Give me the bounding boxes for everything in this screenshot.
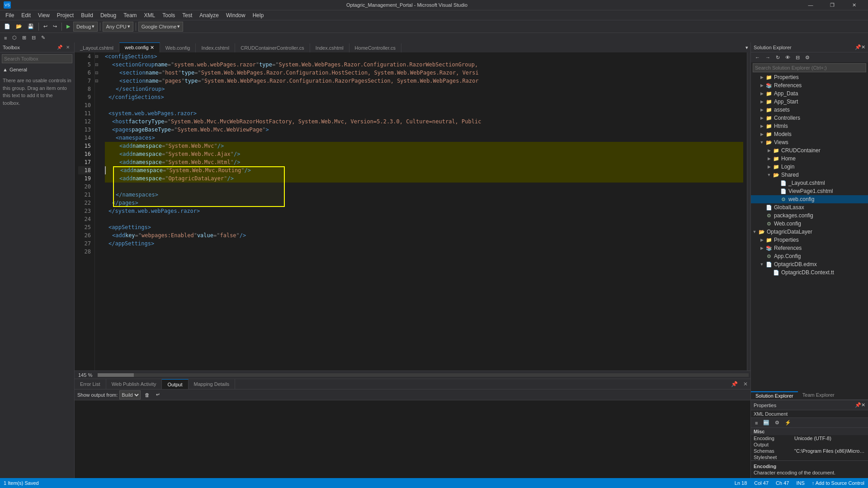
menu-edit[interactable]: Edit [18,11,34,19]
sol-forward[interactable]: → [763,52,773,62]
cpu-dropdown[interactable]: Any CPU ▾ [103,22,133,32]
toolbar-save[interactable]: 💾 [25,22,36,32]
expand-references2[interactable]: ▶ [758,246,765,250]
tab-index2-cshtml[interactable]: Index.cshtml [310,43,349,52]
output-pin[interactable]: 📌 [728,381,741,387]
tab-output[interactable]: Output [162,379,188,389]
expand-properties[interactable]: ▶ [758,75,765,80]
toolbar-redo[interactable]: ↪ [51,22,59,32]
expand-assets[interactable]: ▶ [758,108,765,112]
tree-packages-config[interactable]: ⚙packages.config [751,211,868,220]
menu-tools[interactable]: Tools [159,11,179,19]
expand-app-data[interactable]: ▶ [758,91,765,96]
menu-analyze[interactable]: Analyze [196,11,222,19]
menu-window[interactable]: Window [222,11,249,19]
properties-pin[interactable]: 📌 [855,402,861,408]
sol-refresh[interactable]: ↻ [774,52,782,62]
tab-error-list[interactable]: Error List [75,379,106,389]
tab-Web-config[interactable]: Web.config [160,43,196,52]
tree-references-top[interactable]: ▶📚References [751,81,868,89]
prop-properties[interactable]: ⚙ [773,418,782,428]
toolbox-search-input[interactable] [2,54,72,63]
menu-team[interactable]: Team [120,11,140,19]
collapse-4[interactable]: ⊟ [95,52,101,61]
expand-views[interactable]: ▼ [758,140,765,145]
close-button[interactable]: ✕ [844,0,864,10]
prop-value-stylesheet[interactable] [792,455,868,460]
sol-show-all[interactable]: 👁 [783,52,793,62]
expand-htmls[interactable]: ▶ [758,124,765,128]
tree-htmls[interactable]: ▶📁Htmls [751,122,868,130]
tree-web-config-shared[interactable]: ⚙web.config [751,195,868,203]
tree-app-start[interactable]: ▶📁App_Start [751,98,868,106]
solution-search-input[interactable] [753,63,866,72]
xml-btn2[interactable]: ⬡ [10,33,19,43]
tree-layout-cshtml[interactable]: 📄_Layout.cshtml [751,179,868,187]
expand-controllers[interactable]: ▶ [758,116,765,120]
prop-categorized[interactable]: ≡ [753,418,760,428]
toolbox-general-group[interactable]: ▲ General [0,65,74,74]
expand-app-start[interactable]: ▶ [758,99,765,104]
minimize-button[interactable]: — [800,0,821,10]
browser-dropdown[interactable]: Google Chrome ▾ [138,22,184,32]
expand-login-folder[interactable]: ▶ [765,164,773,169]
horizontal-scrollbar[interactable] [98,373,749,377]
prop-value-encoding[interactable]: Unicode (UTF-8) [792,436,868,441]
toolbar-new[interactable]: 📄 [2,22,13,32]
restore-button[interactable]: ❐ [822,0,843,10]
tree-app-config[interactable]: ⚙App.Config [751,252,868,260]
expand-properties2[interactable]: ▶ [758,238,765,242]
output-clear[interactable]: 🗑 [142,391,152,399]
sol-tab-team-explorer[interactable]: Team Explorer [798,391,839,399]
menu-file[interactable]: File [2,11,18,19]
toolbar-open[interactable]: 📂 [14,22,24,32]
sol-collapse[interactable]: ⊟ [793,52,802,62]
tree-optagricdb-context[interactable]: 📄OptagricDB.Context.tt [751,268,868,277]
solution-close[interactable]: ✕ [861,44,865,50]
tree-shared-folder[interactable]: ▼📂Shared [751,171,868,179]
properties-close[interactable]: ✕ [861,402,865,408]
xml-btn5[interactable]: ✎ [39,33,47,43]
tab-layout-cshtml[interactable]: _Layout.cshtml [75,43,119,52]
expand-shared-folder[interactable]: ▼ [765,173,773,177]
tree-properties[interactable]: ▶📁Properties [751,73,868,81]
prop-value-schemas[interactable]: "C:\Program Files (x86)\Microsof [792,448,868,454]
tree-globallasax[interactable]: 📄GlobalLasax [751,203,868,211]
menu-build[interactable]: Build [77,11,97,19]
tree-references2[interactable]: ▶📚References [751,244,868,252]
toolbox-pin[interactable]: 📌 [56,44,63,51]
menu-debug[interactable]: Debug [97,11,120,19]
tree-web-config-root[interactable]: ⚙Web.config [751,220,868,228]
tree-login-folder[interactable]: ▶📁Login [751,163,868,171]
editor-minimap[interactable] [747,52,750,371]
menu-test[interactable]: Test [179,11,196,19]
expand-models[interactable]: ▶ [758,132,765,136]
output-close[interactable]: ✕ [741,381,750,387]
expand-crudcontainer-folder[interactable]: ▶ [765,148,773,153]
expand-optagric-layer[interactable]: ▼ [751,230,758,234]
tree-optagric-layer[interactable]: ▼📂OptagricDataLayer [751,228,868,236]
expand-references-top[interactable]: ▶ [758,83,765,88]
tab-web-publish[interactable]: Web Publish Activity [106,379,162,389]
expand-optagricdb-edmx[interactable]: ▼ [758,262,765,267]
tab-web-config[interactable]: web.config ✕ [119,42,160,52]
xml-btn4[interactable]: ⊟ [29,33,38,43]
prop-events[interactable]: ⚡ [783,418,793,428]
tree-optagricdb-edmx[interactable]: ▼📄OptagricDB.edmx [751,260,868,268]
tree-crudcontainer-folder[interactable]: ▶📁CRUDContainer [751,146,868,155]
solution-pin[interactable]: 📌 [855,44,861,50]
collapse-14[interactable]: ⊟ [95,69,101,77]
xml-btn1[interactable]: ≡ [2,33,9,43]
tree-controllers[interactable]: ▶📁Controllers [751,114,868,122]
prop-value-output[interactable] [792,442,868,447]
menu-project[interactable]: Project [53,11,77,19]
xml-btn3[interactable]: ⊞ [20,33,28,43]
menu-help[interactable]: Help [249,11,268,19]
menu-view[interactable]: View [34,11,53,19]
tree-viewpage1[interactable]: 📄ViewPage1.cshtml [751,187,868,195]
tab-mapping-details[interactable]: Mapping Details [189,379,236,389]
expand-home-folder[interactable]: ▶ [765,156,773,161]
toolbar-start[interactable]: ▶ [64,22,72,32]
tab-list-button[interactable]: ▾ [743,42,750,52]
tree-assets[interactable]: ▶📁assets [751,106,868,114]
